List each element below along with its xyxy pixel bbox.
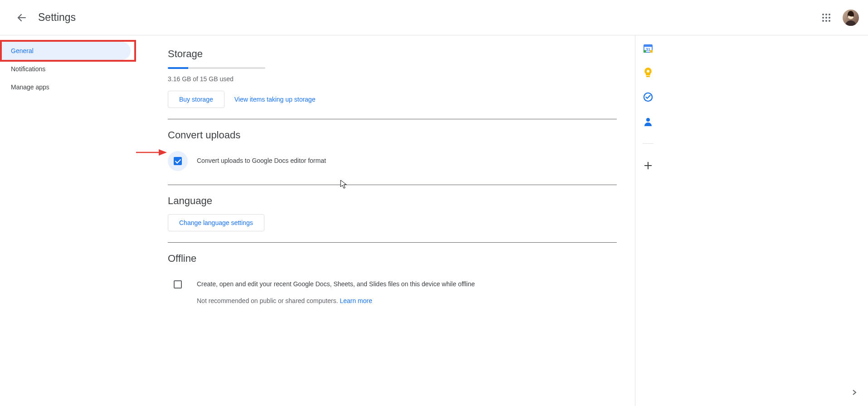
svg-marker-12 xyxy=(159,149,167,156)
storage-progress-fill xyxy=(168,67,188,69)
view-storage-link[interactable]: View items taking up storage xyxy=(234,96,316,103)
google-apps-button[interactable] xyxy=(817,9,835,27)
section-storage: Storage 3.16 GB of 15 GB used Buy storag… xyxy=(168,44,617,112)
svg-point-9 xyxy=(829,20,830,22)
account-avatar[interactable] xyxy=(843,10,859,26)
svg-rect-18 xyxy=(646,76,650,77)
calendar-icon: 31 xyxy=(644,43,653,53)
convert-uploads-label: Convert uploads to Google Docs editor fo… xyxy=(197,151,326,166)
sidebar-item-notifications[interactable]: Notifications xyxy=(0,60,131,78)
svg-point-4 xyxy=(822,17,824,19)
offline-checkbox-label: Create, open and edit your recent Google… xyxy=(197,274,475,306)
settings-main: Storage 3.16 GB of 15 GB used Buy storag… xyxy=(136,35,635,406)
svg-rect-17 xyxy=(644,50,646,53)
svg-text:31: 31 xyxy=(645,47,650,52)
back-button[interactable] xyxy=(11,7,33,29)
offline-label-text: Create, open and edit your recent Google… xyxy=(197,280,475,288)
svg-point-8 xyxy=(825,20,827,22)
offline-note-text: Not recommended on public or shared comp… xyxy=(197,297,340,304)
sidebar-item-general[interactable]: General xyxy=(0,42,131,60)
annotation-arrow xyxy=(136,146,168,159)
page-title: Settings xyxy=(38,11,76,24)
svg-point-6 xyxy=(829,17,830,19)
storage-usage-text: 3.16 GB of 15 GB used xyxy=(168,75,617,83)
svg-point-19 xyxy=(647,70,649,73)
settings-sidebar: General Notifications Manage apps xyxy=(0,35,136,406)
keep-addon[interactable] xyxy=(644,68,653,77)
svg-point-1 xyxy=(822,14,824,15)
tasks-addon[interactable] xyxy=(644,93,653,102)
sidebar-item-manage-apps[interactable]: Manage apps xyxy=(0,78,131,96)
svg-point-2 xyxy=(825,14,827,15)
svg-rect-16 xyxy=(650,50,652,53)
change-language-button[interactable]: Change language settings xyxy=(168,214,264,231)
chevron-right-icon xyxy=(851,389,858,396)
contacts-addon[interactable] xyxy=(644,117,653,126)
offline-checkbox-halo xyxy=(168,274,188,294)
contacts-icon xyxy=(644,117,653,126)
svg-rect-14 xyxy=(644,45,652,47)
section-title-convert: Convert uploads xyxy=(168,129,617,141)
keep-icon xyxy=(644,68,653,78)
section-title-offline: Offline xyxy=(168,253,617,264)
svg-point-21 xyxy=(646,118,650,122)
arrow-left-icon xyxy=(16,12,27,23)
section-convert-uploads: Convert uploads Convert uploads to Googl… xyxy=(168,119,617,177)
plus-icon xyxy=(644,161,653,170)
section-language: Language Change language settings xyxy=(168,185,617,235)
header-right xyxy=(817,0,859,35)
storage-progress xyxy=(168,67,265,69)
offline-learn-more-link[interactable]: Learn more xyxy=(340,297,372,304)
svg-point-3 xyxy=(829,14,830,15)
avatar-icon xyxy=(843,10,859,26)
app-body: General Notifications Manage apps Storag… xyxy=(0,35,868,406)
apps-grid-icon xyxy=(822,13,831,22)
offline-checkbox[interactable] xyxy=(174,280,182,289)
section-title-storage: Storage xyxy=(168,48,617,60)
app-header: Settings xyxy=(0,0,868,35)
svg-point-5 xyxy=(825,17,827,19)
buy-storage-button[interactable]: Buy storage xyxy=(168,91,224,108)
hide-sidepanel-button[interactable] xyxy=(847,385,862,400)
section-offline: Offline Create, open and edit your recen… xyxy=(168,242,617,312)
svg-point-7 xyxy=(822,20,824,22)
convert-uploads-checkbox[interactable] xyxy=(174,157,182,165)
sidepanel-separator xyxy=(643,143,653,144)
section-title-language: Language xyxy=(168,195,617,207)
addon-sidepanel: 31 xyxy=(635,35,660,406)
calendar-addon[interactable]: 31 xyxy=(644,44,653,53)
tasks-icon xyxy=(644,92,653,102)
get-addons-button[interactable] xyxy=(644,161,653,170)
convert-checkbox-halo xyxy=(168,151,188,171)
offline-note: Not recommended on public or shared comp… xyxy=(197,296,475,306)
